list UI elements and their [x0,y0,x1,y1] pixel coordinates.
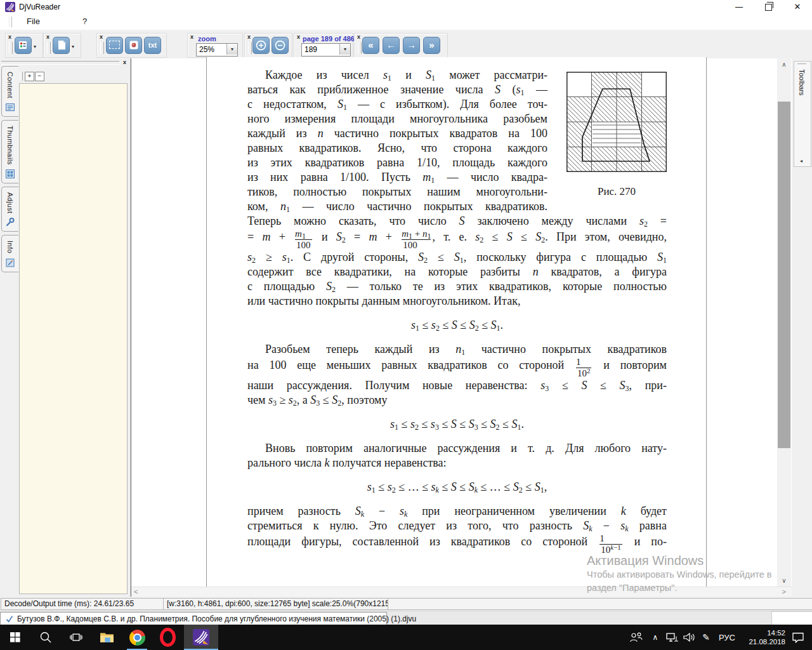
text-mode-button[interactable]: txt [144,37,161,54]
zoom-combobox[interactable]: 25% ▾ [196,43,238,56]
people-icon [629,632,643,643]
volume-button[interactable] [680,625,698,650]
window-title: DjVuReader [19,3,60,11]
zoom-out-button[interactable] [272,37,289,54]
pen-button[interactable]: ✎ [698,625,714,650]
zoom-in-icon [255,39,267,51]
action-center-button[interactable] [787,625,809,650]
sidebar-drag-handle[interactable] [1,61,119,65]
drag-handle[interactable] [9,42,13,54]
tab-label: Content [6,72,14,98]
dropdown-arrow-icon[interactable]: ▾ [72,44,74,50]
text-block: Разобьем теперь каждый из n1 частично по… [247,342,667,408]
formula-block: s1 ≤ s2 ≤ s3 ≤ S ≤ S3 ≤ S2 ≤ S1. [247,417,667,432]
formula-block: s1 ≤ s2 ≤ S ≤ S2 ≤ S1. [247,318,667,333]
close-icon[interactable]: x [357,34,360,40]
taskbar-search-button[interactable] [30,625,61,650]
page-number-combobox[interactable]: 189 ▾ [301,43,351,56]
network-button[interactable] [664,625,680,650]
windows-logo-icon [10,632,20,642]
djvureader-taskbar-button[interactable] [184,625,218,650]
opera-button[interactable] [152,625,183,650]
scroll-up-icon[interactable]: ∧ [777,58,791,71]
text-line: с недостатком, S1 — с избытком). Для бол… [247,97,547,112]
scroll-left-icon[interactable]: < [134,587,138,597]
close-icon[interactable]: x [46,34,49,40]
start-button[interactable] [0,625,30,650]
sidebar-tab-content[interactable]: Content [1,66,18,117]
view-mode-button[interactable] [15,37,32,54]
text-line: площади фигуры, составленной из квадрати… [247,533,667,555]
djvureader-icon [193,629,209,646]
drag-handle[interactable] [100,42,104,54]
formula-block: s1 ≤ s2 ≤ … ≤ sk ≤ S ≤ Sk ≤ … ≤ S2 ≤ S1, [247,480,667,494]
first-page-button[interactable]: « [362,37,379,54]
previous-page-button[interactable]: ← [383,37,400,54]
close-icon[interactable]: x [8,34,11,40]
language-indicator[interactable]: РУС [714,625,740,650]
drag-handle[interactable] [248,42,252,54]
zoom-label: zoom [198,35,216,43]
chrome-button[interactable] [122,625,152,650]
sidebar-tab-adjust[interactable]: Adjust [1,187,18,232]
next-page-button[interactable]: → [403,37,420,54]
drag-handle[interactable] [358,42,362,54]
image-mode-button[interactable] [125,37,142,54]
zoom-value: 25% [199,45,214,54]
file-tab-bar: Бутузов В.Ф., Кадомцев С.В. и др. Планим… [0,611,812,625]
text-block: Вновь повторим аналогичные рассуждения и… [247,441,667,470]
tray-expand-button[interactable]: ∧ [647,625,664,650]
content-icon [5,102,15,112]
task-view-button[interactable] [61,625,91,650]
close-icon[interactable]: x [190,34,193,40]
sidebar-close-icon[interactable]: x [123,59,126,65]
figure-270 [566,72,667,172]
menu-help[interactable]: ? [80,17,89,26]
document-page[interactable]: Каждое из чисел s1 и S1 может рассматри-… [206,57,707,598]
select-region-button[interactable] [106,37,123,54]
close-icon[interactable]: x [100,34,103,40]
close-button[interactable]: ✕ [783,0,812,14]
close-icon[interactable]: x [297,34,300,40]
file-explorer-icon [100,632,114,644]
page-icon [56,39,67,51]
collapse-all-button[interactable]: − [35,72,44,81]
file-explorer-button[interactable] [91,625,122,650]
drag-handle[interactable] [47,42,51,54]
scrollbar-thumb[interactable] [778,102,790,448]
text-line: или частично покрыты данным многоугольни… [247,294,667,308]
text-block: Теперь можно сказать, что число S заключ… [247,214,667,308]
zoom-in-button[interactable] [252,37,270,54]
opera-icon [160,628,176,647]
close-icon[interactable]: x [247,34,251,40]
combo-dropdown-icon[interactable]: ▾ [226,44,237,55]
combo-dropdown-icon[interactable]: ▾ [339,44,350,55]
page-layout-button[interactable] [53,37,70,54]
text-line: равных квадратиков. Ясно, что сторона ка… [247,141,547,156]
people-button[interactable] [625,625,647,650]
sidebar-tabstrip: Content Thumbnails Adjust Info [1,66,18,275]
expand-all-button[interactable]: + [25,72,34,81]
dropdown-arrow-icon[interactable]: ▾ [34,44,36,50]
previous-page-icon: ← [383,37,399,52]
menu-file[interactable]: File [24,17,43,26]
text-line: s1 ≤ s2 ≤ … ≤ sk ≤ S ≤ Sk ≤ … ≤ S2 ≤ S1, [247,480,667,494]
vertical-scrollbar[interactable]: ∧ ∨ [777,58,791,587]
scroll-down-icon[interactable]: ∨ [777,574,791,587]
sidebar-tab-info[interactable]: Info [1,235,18,272]
scroll-right-icon[interactable]: > [782,587,786,597]
last-page-button[interactable]: » [423,37,440,54]
status-bar: Decode/Output time (ms): 24.61/23.65 [w:… [0,597,812,611]
minimize-button[interactable]: — [724,0,754,14]
page-number-value: 189 [304,45,317,54]
toolbars-button[interactable]: Toolbars ◂ [794,61,811,167]
text-line: ного измерения площади многоугольника ра… [247,112,547,126]
thumbnails-icon [5,169,15,179]
restore-button[interactable] [754,0,783,14]
clock[interactable]: 14:52 21.08.2018 [740,625,787,650]
text-line: с площадью S2 — только те из этих квадра… [247,279,667,294]
content-outline-panel[interactable] [19,83,128,594]
open-file-tab[interactable]: Бутузов В.Ф., Кадомцев С.В. и др. Планим… [0,612,387,626]
sidebar-tab-thumbnails[interactable]: Thumbnails [1,120,18,183]
horizontal-scrollbar[interactable]: < > [131,587,792,597]
